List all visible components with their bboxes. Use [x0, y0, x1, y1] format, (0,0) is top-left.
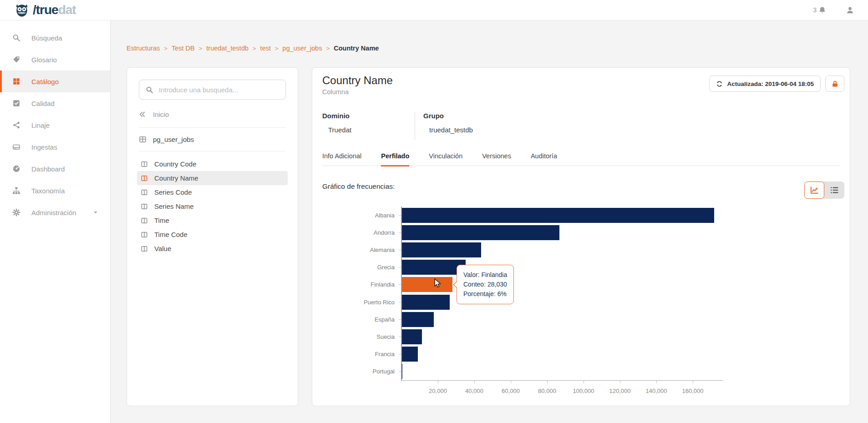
sidebar-item-busqueda[interactable]: Búsqueda	[0, 27, 110, 49]
breadcrumb-separator: >	[275, 45, 279, 52]
sidebar-item-catalogo[interactable]: Catálogo	[0, 70, 110, 92]
column-item-time[interactable]: Time	[137, 213, 288, 227]
structure-search	[139, 80, 286, 100]
breadcrumb-link[interactable]: pg_user_jobs	[283, 45, 322, 52]
truedat-logo[interactable]: /truedat	[14, 2, 76, 18]
chart-bar-track	[401, 208, 721, 223]
chart-bar-albania[interactable]	[401, 208, 714, 223]
chart-category-label: Finlandia	[322, 281, 399, 288]
chevrons-left-icon	[139, 111, 146, 118]
chart-x-tick-mark	[474, 381, 475, 383]
chart-bar-suecia[interactable]	[401, 329, 422, 344]
chart-bar-track	[401, 260, 721, 275]
chart-category-label: España	[322, 316, 399, 323]
chart-category-label: Albania	[322, 212, 399, 219]
list-icon	[830, 186, 839, 195]
column-item-time-code[interactable]: Time Code	[137, 227, 288, 242]
sidebar-item-taxonomia[interactable]: Taxonomía	[0, 180, 110, 201]
lock-button[interactable]	[825, 76, 844, 92]
chart-x-tick-label: 80,000	[538, 388, 556, 394]
chart-bar-grecia[interactable]	[401, 260, 466, 275]
column-item-label: Value	[154, 245, 171, 252]
sidebar-item-label: Glosario	[31, 56, 57, 64]
chart-x-axis-line	[401, 380, 723, 381]
gauge-icon	[12, 165, 20, 173]
refresh-icon	[716, 81, 723, 87]
sidebar-item-calidad[interactable]: Calidad	[0, 92, 110, 114]
metadata-fields: DominioTruedatGrupotruedat_testdb	[322, 112, 506, 140]
column-item-value[interactable]: Value	[137, 242, 288, 256]
chart-bar-finlandia[interactable]	[401, 277, 452, 292]
chart-view-button[interactable]	[804, 181, 824, 199]
chart-bar-francia[interactable]	[401, 347, 418, 362]
chart-row-grecia: Grecia	[322, 259, 840, 276]
refresh-updated-button[interactable]: Actualizada: 2019-06-04 18:05	[709, 76, 821, 92]
content-area: Estructuras>Test DB>truedat_testdb>test>…	[111, 20, 868, 423]
caret-down-icon	[93, 210, 98, 215]
chart-row-albania: Albania	[322, 206, 840, 224]
breadcrumb-link[interactable]: truedat_testdb	[206, 45, 249, 52]
chart-y-axis-line	[401, 206, 402, 381]
chart-x-tick-label: 140,000	[646, 388, 667, 394]
mouse-cursor	[434, 278, 442, 288]
notifications-button[interactable]: 3	[813, 6, 827, 15]
structure-browser-panel: Inicio pg_user_jobs Country CodeCountry …	[127, 67, 298, 406]
sidebar-item-dashboard[interactable]: Dashboard	[0, 158, 110, 180]
column-item-country-name[interactable]: Country Name	[137, 171, 288, 185]
tab-vinculacion[interactable]: Vinculación	[429, 152, 462, 166]
tab-perfilado[interactable]: Perfilado	[381, 152, 409, 166]
sidebar-item-glosario[interactable]: Glosario	[0, 49, 110, 70]
logo-text-dat: dat	[58, 3, 76, 17]
column-icon	[141, 189, 148, 196]
breadcrumb-link[interactable]: Estructuras	[127, 45, 160, 52]
chart-line-icon	[810, 186, 819, 195]
sidebar-item-administracion[interactable]: Administración	[0, 201, 110, 223]
back-to-home[interactable]: Inicio	[139, 111, 286, 128]
chart-row-portugal: Portugal	[322, 363, 840, 380]
user-icon	[846, 6, 854, 15]
breadcrumb-link[interactable]: Test DB	[172, 45, 195, 52]
share-icon	[12, 121, 20, 129]
chart-bar-track	[401, 347, 721, 362]
column-item-label: Series Name	[154, 202, 194, 210]
column-icon	[141, 245, 148, 252]
tooltip-porcentaje: Porcentaje: 6%	[463, 289, 507, 299]
column-item-country-code[interactable]: Country Code	[137, 157, 288, 171]
chart-x-tick-mark	[584, 381, 584, 383]
chart-bar-alemania[interactable]	[401, 242, 481, 257]
chart-bar-españa[interactable]	[401, 312, 434, 327]
chart-bar-andorra[interactable]	[401, 225, 559, 240]
list-view-button[interactable]	[824, 181, 844, 199]
field-dominio: DominioTruedat	[322, 112, 415, 140]
tags-icon	[12, 55, 20, 64]
grid-icon	[12, 77, 20, 86]
updated-label: Actualizada: 2019-06-04 18:05	[727, 81, 814, 87]
chart-category-label: Portugal	[322, 368, 399, 375]
search-input[interactable]	[159, 86, 279, 94]
chart-bar-track	[401, 295, 721, 310]
tab-auditoria[interactable]: Auditoría	[531, 152, 557, 166]
chart-tooltip: Valor: Finlandia Conteo: 28,030 Porcenta…	[457, 265, 514, 304]
top-bar: /truedat 3	[0, 0, 868, 20]
sidebar-item-linaje[interactable]: Linaje	[0, 114, 110, 136]
breadcrumb-link[interactable]: test	[260, 45, 271, 52]
table-item-pg-user-jobs[interactable]: pg_user_jobs	[139, 128, 286, 151]
column-item-series-code[interactable]: Series Code	[137, 185, 288, 199]
chart-category-label: Puerto Rico	[322, 299, 399, 306]
search-icon	[146, 86, 153, 94]
chart-bar-puerto-rico[interactable]	[401, 295, 450, 310]
column-item-series-name[interactable]: Series Name	[137, 199, 288, 213]
chart-row-andorra: Andorra	[322, 224, 840, 241]
column-list: Country CodeCountry NameSeries CodeSerie…	[139, 157, 286, 256]
chart-x-tick-mark	[547, 381, 548, 383]
user-menu-button[interactable]	[846, 6, 854, 15]
server-icon	[12, 143, 20, 151]
sidebar-item-ingestas[interactable]: Ingestas	[0, 136, 110, 158]
tab-versiones[interactable]: Versiones	[482, 152, 511, 166]
page-title: Country Name	[322, 74, 393, 87]
tab-info-adicional[interactable]: Info Adicional	[322, 152, 361, 166]
chart-bar-track	[401, 312, 721, 327]
back-label: Inicio	[153, 111, 169, 118]
column-icon	[141, 217, 148, 224]
field-value: Truedat	[322, 126, 415, 134]
